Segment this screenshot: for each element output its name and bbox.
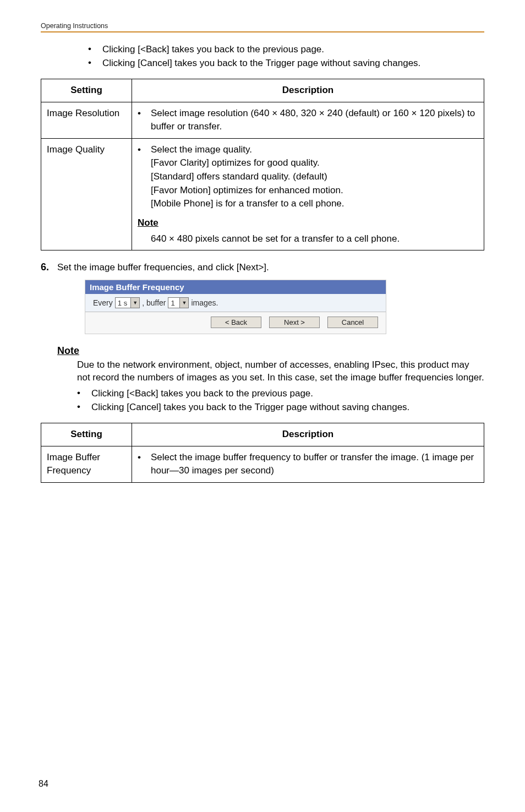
ibf-title: Image Buffer Frequency bbox=[85, 280, 386, 294]
cell-setting: Image Buffer Frequency bbox=[41, 446, 132, 482]
chevron-down-icon: ▼ bbox=[179, 298, 188, 308]
ibf-interval-select[interactable]: 1 s ▼ bbox=[115, 297, 140, 308]
bullet-text: Select the image buffer frequency to buf… bbox=[151, 451, 478, 478]
th-setting: Setting bbox=[41, 79, 132, 102]
table-row: Image Resolution • Select image resoluti… bbox=[41, 102, 484, 138]
list-item: • Select the image quality. [Favor Clari… bbox=[138, 143, 478, 211]
list-item: • Clicking [<Back] takes you back to the… bbox=[77, 388, 484, 400]
bullet-dot: • bbox=[88, 43, 102, 55]
settings-table-2: Setting Description Image Buffer Frequen… bbox=[41, 423, 484, 483]
note-section: Note Due to the network environment, obj… bbox=[57, 345, 484, 414]
th-description: Description bbox=[132, 423, 484, 446]
bullet-dot: • bbox=[88, 57, 102, 68]
cell-description: • Select the image quality. [Favor Clari… bbox=[132, 138, 484, 250]
note-body: Due to the network environment, object, … bbox=[77, 359, 484, 384]
list-item: • Clicking [Cancel] takes you back to th… bbox=[88, 57, 484, 70]
bullet-text: Clicking [<Back] takes you back to the p… bbox=[91, 388, 484, 400]
bullet-dot: • bbox=[138, 107, 151, 121]
table-header-row: Setting Description bbox=[41, 423, 484, 446]
running-header: Operating Instructions bbox=[41, 22, 484, 30]
next-button[interactable]: Next > bbox=[269, 317, 320, 328]
table-row: Image Buffer Frequency • Select the imag… bbox=[41, 446, 484, 482]
header-rule bbox=[41, 31, 484, 32]
settings-table-1: Setting Description Image Resolution • S… bbox=[41, 79, 484, 250]
note-heading: Note bbox=[57, 345, 484, 357]
note-heading: Note bbox=[138, 216, 478, 230]
ibf-suffix: images. bbox=[191, 298, 218, 307]
list-item: • Clicking [<Back] takes you back to the… bbox=[88, 43, 484, 56]
ibf-mid: , buffer bbox=[142, 298, 166, 307]
th-setting: Setting bbox=[41, 423, 132, 446]
cancel-button[interactable]: Cancel bbox=[327, 317, 378, 328]
cell-setting: Image Resolution bbox=[41, 102, 132, 138]
step-6: 6. Set the image buffer frequencies, and… bbox=[41, 261, 484, 273]
list-item: • Select image resolution (640 × 480, 32… bbox=[138, 107, 478, 134]
bullet-dot: • bbox=[77, 401, 91, 412]
bullet-text: Select the image quality. [Favor Clarity… bbox=[151, 143, 478, 211]
chevron-down-icon: ▼ bbox=[130, 298, 139, 308]
bullet-text: Clicking [Cancel] takes you back to the … bbox=[102, 57, 484, 70]
table-row: Image Quality • Select the image quality… bbox=[41, 138, 484, 250]
back-button[interactable]: < Back bbox=[211, 317, 261, 328]
bullet-dot: • bbox=[138, 451, 151, 465]
cell-description: • Select image resolution (640 × 480, 32… bbox=[132, 102, 484, 138]
list-item: • Clicking [Cancel] takes you back to th… bbox=[77, 401, 484, 414]
ibf-prefix: Every bbox=[93, 298, 113, 307]
cell-setting: Image Quality bbox=[41, 138, 132, 250]
bullet-text: Clicking [<Back] takes you back to the p… bbox=[102, 43, 484, 56]
bullet-dot: • bbox=[138, 143, 151, 157]
ibf-interval-value: 1 s bbox=[116, 299, 130, 307]
ibf-count-value: 1 bbox=[168, 299, 179, 307]
step-number: 6. bbox=[41, 261, 57, 273]
list-item: • Select the image buffer frequency to b… bbox=[138, 451, 478, 478]
top-bullet-list: • Clicking [<Back] takes you back to the… bbox=[88, 43, 484, 70]
bullet-text: Clicking [Cancel] takes you back to the … bbox=[91, 401, 484, 414]
bullet-dot: • bbox=[77, 388, 91, 399]
image-buffer-frequency-widget: Image Buffer Frequency Every 1 s ▼ , buf… bbox=[85, 280, 386, 334]
ibf-count-select[interactable]: 1 ▼ bbox=[168, 297, 189, 308]
note-body: 640 × 480 pixels cannot be set for a tra… bbox=[151, 232, 478, 246]
page-number: 84 bbox=[39, 779, 48, 789]
table-header-row: Setting Description bbox=[41, 79, 484, 102]
step-text: Set the image buffer frequencies, and cl… bbox=[57, 261, 269, 273]
ibf-button-row: < Back Next > Cancel bbox=[85, 312, 386, 334]
cell-description: • Select the image buffer frequency to b… bbox=[132, 446, 484, 482]
ibf-body: Every 1 s ▼ , buffer 1 ▼ images. bbox=[85, 294, 386, 312]
bullet-text: Select image resolution (640 × 480, 320 … bbox=[151, 107, 478, 134]
th-description: Description bbox=[132, 79, 484, 102]
